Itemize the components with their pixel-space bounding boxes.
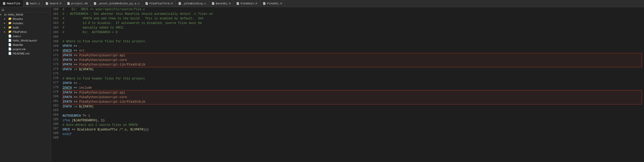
line-number: 189 (53, 136, 59, 140)
tab-label: PikaPlatform.h (149, 2, 173, 5)
tree-arrow: ▾ (0, 13, 4, 16)
tab-pikaobj[interactable]: 📄PikaObj.h (260, 0, 285, 7)
line-number: 175 (53, 71, 59, 76)
tab-label: _asset_pikaModules_py_a.c (98, 2, 140, 5)
line-number: 162 (53, 16, 59, 21)
code-line: # Where to find source files for this pr… (63, 39, 642, 44)
tab-baseobj[interactable]: 📄BaseObj.h (209, 0, 234, 7)
line-number: 168 (53, 39, 59, 44)
sidebar-item-makefile[interactable]: 📄Makefile (0, 43, 51, 47)
code-content: 1601611621631641651661681691701711721731… (51, 7, 644, 162)
tree-label: main.c (13, 35, 21, 38)
line-number: 164 (53, 25, 59, 30)
line-number: 160 (53, 7, 59, 12)
line-number: 173 (53, 62, 59, 67)
folder-icon: 📁 (8, 17, 12, 20)
tree-label: Makefile (13, 43, 23, 46)
code-line: # Auto-detect all C source files on VPAT… (63, 123, 642, 127)
line-number: 183 (53, 108, 59, 113)
folder-icon: 📁 (8, 26, 12, 29)
code-line: VPATH += src (63, 48, 642, 53)
code-line: endif (63, 132, 642, 137)
code-line: AUTOSEARCH ?= 1 (63, 114, 642, 118)
code-line (63, 72, 642, 76)
tree-arrow: ▸ (4, 30, 8, 33)
code-line (63, 35, 642, 39)
line-number: 179 (53, 90, 59, 94)
line-number: 165 (53, 30, 59, 35)
tab-file-icon: 📄 (93, 2, 96, 5)
tab-label: main.c (30, 2, 40, 5)
code-area[interactable]: 1601611621631641651661681691701711721731… (51, 7, 644, 162)
tree-label: Hello_World.launch (13, 39, 37, 42)
md-file-icon: 📄 (8, 52, 12, 55)
code-line: # manually added to SRCS. (63, 25, 642, 30)
tab-board_h[interactable]: 📄board.h (43, 0, 64, 7)
tab-label: project.mk (71, 2, 88, 5)
code-line: IPATH += PikaPython/pikascript-core (63, 95, 642, 100)
project-icon: 🗁 (4, 13, 7, 16)
code-line: # to 0 to disable. If autosearch is disa… (63, 21, 642, 25)
tab-asset[interactable]: 📄_asset_pikaModules_py_a.c (91, 0, 143, 7)
sidebar-item-binaries[interactable]: ▸📁Binaries (0, 17, 51, 21)
tree-arrow: ▸ (4, 22, 8, 24)
code-lines: # Ex: SRCS += your/specific/source/file.… (61, 7, 644, 162)
sidebar-item-pikapython[interactable]: ▸📁PikaPython (0, 30, 51, 34)
tab-pikamain[interactable]: 📄PikaMain.h (234, 0, 260, 7)
line-number: 178 (53, 85, 59, 90)
makefile-icon: 📄 (8, 47, 12, 51)
sidebar-tree: ▾🗁Hello_World▸📁Binaries▸📁Includes▸📁build… (0, 12, 51, 56)
code-line: # Ex: SRCS += your/specific/source/file.… (63, 7, 642, 12)
tab-pikaplatform[interactable]: 📄PikaPlatform.h (143, 0, 176, 7)
line-number: 185 (53, 117, 59, 122)
folder-icon: 📁 (8, 21, 12, 25)
line-number: 163 (53, 21, 59, 25)
code-line: # VPATH and add them to the build. This … (63, 16, 642, 21)
sidebar-item-readme[interactable]: 📄README.md (0, 51, 51, 56)
tab-label: PikaMain.h (241, 2, 257, 5)
line-number: 171 (53, 53, 59, 58)
code-line: VPATH := $(VPATH) (63, 67, 642, 72)
line-number: 174 (53, 67, 59, 71)
sidebar-item-hello_launch[interactable]: 📄Hello_World.launch (0, 38, 51, 43)
line-number: 188 (53, 131, 59, 136)
sidebar-item-includes[interactable]: ▸📁Includes (0, 21, 51, 25)
sidebar-item-hello_world[interactable]: ▾🗁Hello_World (0, 12, 51, 17)
line-number: 184 (53, 113, 59, 117)
line-number: 177 (53, 80, 59, 85)
sidebar: 🗂 ▾🗁Hello_World▸📁Binaries▸📁Includes▸📁bui… (0, 7, 51, 162)
line-number: 169 (53, 44, 59, 48)
code-line: IPATH := $(IPATH) (63, 104, 642, 109)
tree-label: build (13, 26, 19, 29)
sidebar-item-build[interactable]: ▸📁build (0, 25, 51, 30)
folder-icon: 📁 (8, 30, 12, 33)
tab-label: Makefile (7, 2, 20, 5)
sidebar-header: 🗂 (0, 7, 51, 12)
tab-label: _pikaBinding.c (183, 2, 206, 5)
line-number: 187 (53, 126, 59, 131)
tab-label: board.h (50, 2, 61, 5)
code-line: IPATH += include (63, 86, 642, 90)
c-file-icon: 📄 (8, 34, 12, 38)
tab-main_c[interactable]: 📄main.c (23, 0, 43, 7)
tab-bar: 📄Makefile📄main.c📄board.h📄project.mk📄_ass… (0, 0, 644, 7)
line-numbers: 1601611621631641651661681691701711721731… (51, 7, 61, 162)
main-layout: 🗂 ▾🗁Hello_World▸📁Binaries▸📁Includes▸📁bui… (0, 7, 644, 162)
file-icon: 📄 (8, 39, 12, 42)
line-number: 182 (53, 103, 59, 108)
code-line: VPATH += PikaPython/pikascript-api (63, 53, 642, 58)
tree-label: project.mk (13, 48, 26, 51)
line-number: 186 (53, 122, 59, 126)
sidebar-item-main_c[interactable]: 📄main.c (0, 34, 51, 38)
line-number: 166 (53, 35, 59, 39)
tab-makefile[interactable]: 📄Makefile (0, 0, 23, 7)
code-line: # Ex: AUTOSEARCH = 0 (63, 30, 642, 35)
tab-file-icon: 📄 (212, 2, 215, 5)
sidebar-item-project_mk[interactable]: 📄project.mk (0, 47, 51, 51)
tab-project_mk[interactable]: 📄project.mk (64, 0, 91, 7)
tree-label: README.md (13, 52, 29, 55)
tree-label: Includes (13, 22, 23, 25)
tab-pikabinding[interactable]: 📄_pikaBinding.c (176, 0, 209, 7)
tree-arrow: ▸ (4, 26, 8, 29)
line-number: 176 (53, 76, 59, 80)
